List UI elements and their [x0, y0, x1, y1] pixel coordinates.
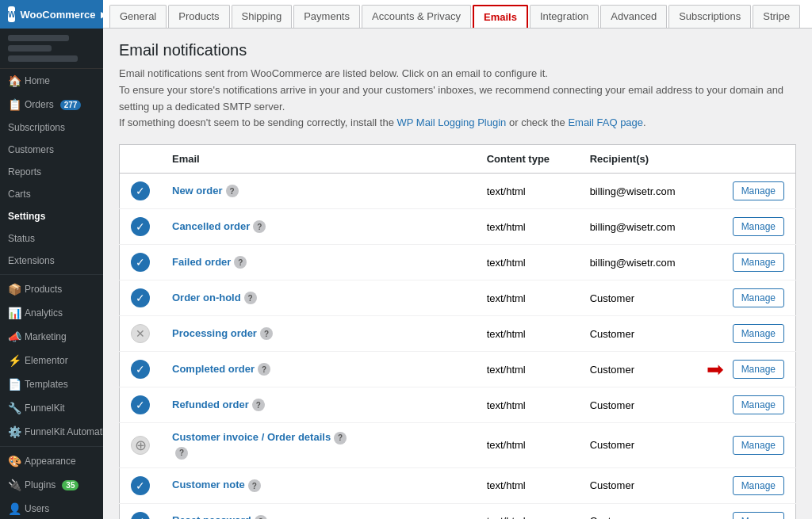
tab-general[interactable]: General: [109, 5, 167, 28]
disabled-icon[interactable]: ✕: [131, 324, 150, 343]
enabled-icon[interactable]: ✓: [131, 395, 150, 414]
email-name-cell: Order on-hold?: [161, 280, 476, 316]
manage-button[interactable]: Manage: [733, 217, 784, 236]
tab-advanced[interactable]: Advanced: [600, 5, 667, 28]
tab-payments[interactable]: Payments: [293, 5, 360, 28]
funnelkit-icon: 🔧: [8, 402, 21, 414]
manage-button[interactable]: Manage: [733, 324, 784, 343]
tab-shipping[interactable]: Shipping: [232, 5, 293, 28]
sidebar-item-users[interactable]: 👤 Users: [0, 497, 103, 519]
sidebar-item-label: Templates: [25, 379, 68, 390]
help-icon[interactable]: ?: [260, 327, 273, 340]
email-name-cell: Cancelled order?: [161, 209, 476, 245]
orders-badge: 277: [60, 100, 82, 110]
tab-emails[interactable]: Emails: [473, 5, 528, 28]
email-recipient: billing@wisetr.com: [579, 245, 722, 280]
sidebar-item-label: Orders: [25, 99, 54, 110]
manage-button[interactable]: Manage: [733, 360, 784, 379]
email-recipient: Customer: [579, 387, 722, 423]
manage-button[interactable]: Manage: [733, 288, 784, 307]
manage-button[interactable]: Manage: [733, 512, 784, 519]
tab-accounts-privacy[interactable]: Accounts & Privacy: [362, 5, 471, 28]
email-name-link[interactable]: Failed order: [172, 256, 231, 268]
email-content-type: text/html: [476, 467, 579, 503]
manage-button[interactable]: Manage: [733, 395, 784, 414]
tab-products[interactable]: Products: [168, 5, 229, 28]
sidebar-item-templates[interactable]: 📄 Templates: [0, 372, 103, 396]
email-name-cell: Refunded order?: [161, 387, 476, 423]
help-icon-2[interactable]: ?: [175, 447, 188, 460]
tab-integration[interactable]: Integration: [530, 5, 599, 28]
table-row: ✓Completed order?text/htmlCustomer➡Manag…: [120, 352, 796, 387]
help-icon[interactable]: ?: [252, 399, 265, 411]
manage-button[interactable]: Manage: [733, 436, 784, 455]
help-icon[interactable]: ?: [226, 185, 239, 197]
sidebar-item-analytics[interactable]: 📊 Analytics: [0, 301, 103, 325]
desc-line3: If something doesn't seem to be sending …: [119, 116, 397, 128]
email-name-link[interactable]: Completed order: [172, 363, 255, 375]
help-icon[interactable]: ?: [234, 256, 247, 269]
enabled-icon[interactable]: ✓: [131, 253, 150, 272]
sidebar-item-home[interactable]: 🏠 Home: [0, 69, 103, 93]
enabled-icon[interactable]: ✓: [131, 360, 150, 379]
email-status-cell: ✓: [120, 174, 162, 209]
help-icon[interactable]: ?: [248, 479, 261, 492]
help-icon[interactable]: ?: [255, 515, 267, 519]
tab-stripe[interactable]: Stripe: [753, 5, 800, 28]
sidebar-item-products[interactable]: 📦 Products: [0, 277, 103, 301]
email-name-link[interactable]: Processing order: [172, 327, 257, 339]
email-name-link[interactable]: Reset password: [172, 514, 251, 519]
email-action-cell: Manage: [722, 387, 796, 423]
email-action-cell: Manage: [722, 316, 796, 352]
sidebar-item-extensions[interactable]: Extensions: [0, 250, 103, 272]
email-name-link[interactable]: New order: [172, 185, 223, 197]
sidebar-item-reports[interactable]: Reports: [0, 161, 103, 183]
manage-button[interactable]: Manage: [733, 253, 784, 272]
sidebar-item-funnelkit-auto[interactable]: ⚙️ FunnelKit Automations: [0, 420, 103, 444]
email-status-cell: ✕: [120, 316, 162, 352]
sidebar-item-label: Status: [8, 233, 35, 244]
tab-subscriptions[interactable]: Subscriptions: [668, 5, 751, 28]
sidebar-item-marketing[interactable]: 📣 Marketing: [0, 325, 103, 349]
sidebar-item-carts[interactable]: Carts: [0, 183, 103, 205]
sidebar-item-settings[interactable]: Settings: [0, 205, 103, 227]
email-recipient: Customer: [579, 280, 722, 316]
help-icon[interactable]: ?: [334, 432, 347, 445]
sidebar-item-orders[interactable]: 📋 Orders 277: [0, 93, 103, 116]
templates-icon: 📄: [8, 378, 21, 391]
email-name-link[interactable]: Order on-hold: [172, 292, 241, 303]
sidebar-item-funnelkit[interactable]: 🔧 FunnelKit: [0, 396, 103, 420]
enabled-icon[interactable]: ✓: [131, 476, 150, 495]
email-status-cell: ⊕: [120, 423, 162, 468]
sidebar-item-status[interactable]: Status: [0, 227, 103, 250]
woocommerce-logo[interactable]: W WooCommerce ▶: [0, 0, 103, 29]
sidebar-item-customers[interactable]: Customers: [0, 139, 103, 161]
email-faq-link[interactable]: Email FAQ page: [568, 116, 643, 128]
plugins-badge: 35: [62, 480, 79, 490]
disabled-icon[interactable]: ⊕: [131, 436, 150, 455]
col-header-recipient: Recipient(s): [579, 145, 722, 174]
email-name-link[interactable]: Customer note: [172, 479, 245, 490]
enabled-icon[interactable]: ✓: [131, 288, 150, 307]
sidebar-item-label: Extensions: [8, 255, 55, 266]
enabled-icon[interactable]: ✓: [131, 512, 150, 519]
email-name-link[interactable]: Cancelled order: [172, 220, 250, 232]
col-header-action: [722, 145, 796, 174]
email-action-cell: Manage: [722, 209, 796, 245]
help-icon[interactable]: ?: [258, 363, 270, 376]
sidebar-item-elementor[interactable]: ⚡ Elementor: [0, 349, 103, 372]
email-name-link[interactable]: Customer invoice / Order details: [172, 431, 331, 443]
manage-button[interactable]: Manage: [733, 181, 784, 200]
email-name-link[interactable]: Refunded order: [172, 399, 249, 410]
manage-button[interactable]: Manage: [733, 476, 784, 495]
sidebar-item-appearance[interactable]: 🎨 Appearance: [0, 449, 103, 473]
help-icon[interactable]: ?: [244, 292, 257, 304]
sidebar-item-subscriptions[interactable]: Subscriptions: [0, 116, 103, 139]
enabled-icon[interactable]: ✓: [131, 181, 150, 200]
email-content-type: text/html: [476, 316, 579, 352]
email-recipient: Customer: [579, 316, 722, 352]
sidebar-item-plugins[interactable]: 🔌 Plugins 35: [0, 473, 103, 497]
help-icon[interactable]: ?: [253, 220, 266, 233]
enabled-icon[interactable]: ✓: [131, 217, 150, 236]
wp-mail-logging-link[interactable]: WP Mail Logging Plugin: [397, 116, 507, 128]
